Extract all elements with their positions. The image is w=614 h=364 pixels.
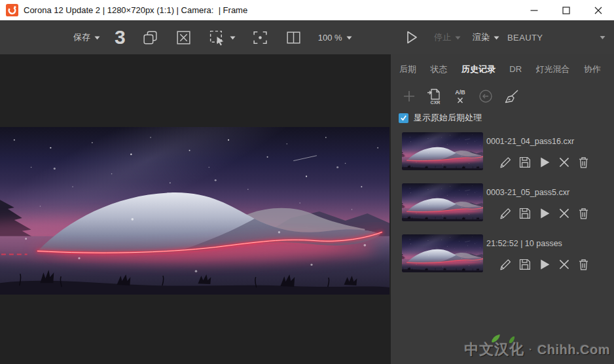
- ab-compare-button[interactable]: A/B: [452, 86, 469, 106]
- clear-image-button[interactable]: [175, 29, 192, 46]
- save-snapshot-button[interactable]: [518, 206, 532, 220]
- load-cxr-button[interactable]: CXR: [426, 86, 443, 106]
- start-render-button[interactable]: [403, 29, 420, 46]
- play-filled-icon: [537, 206, 551, 220]
- delete-snapshot-button[interactable]: [577, 206, 590, 220]
- load-snapshot-button[interactable]: [537, 206, 551, 220]
- trash-icon: [577, 257, 590, 271]
- pencil-icon: [498, 155, 512, 169]
- right-panel: 后期 状态 历史记录 DR 灯光混合 协作 CXR: [391, 54, 614, 364]
- render-element-select[interactable]: BEAUTY: [507, 33, 543, 43]
- history-item-name: 0001-21_04_pass16.cxr: [483, 132, 614, 146]
- play-icon: [403, 29, 420, 46]
- play-filled-icon: [537, 155, 551, 169]
- render-label: 渲染: [473, 31, 490, 43]
- svg-text:CXR: CXR: [431, 100, 441, 105]
- duplicate-icon: [141, 29, 159, 46]
- maximize-icon: [562, 7, 570, 14]
- floppy-icon: [518, 257, 532, 271]
- delete-snapshot-button[interactable]: [577, 155, 590, 169]
- close-x-icon: [557, 257, 571, 271]
- history-item[interactable]: 0003-21_05_pass5.cxr: [402, 183, 614, 221]
- panel-tabs: 后期 状态 历史记录 DR 灯光混合 协作: [391, 54, 614, 75]
- tab-history[interactable]: 历史记录: [461, 64, 496, 75]
- stop-render-button: 停止: [434, 31, 461, 43]
- rename-button[interactable]: [498, 257, 512, 271]
- history-item[interactable]: 0001-21_04_pass16.cxr: [402, 132, 614, 170]
- plus-icon: [402, 89, 416, 103]
- close-x-icon: [557, 155, 571, 169]
- tab-post[interactable]: 后期: [399, 64, 416, 75]
- maximize-button[interactable]: [550, 0, 582, 20]
- save-dropdown-caret-icon[interactable]: [94, 35, 100, 40]
- remove-compare-button[interactable]: [557, 257, 571, 271]
- tab-lightmix[interactable]: 灯光混合: [536, 64, 570, 75]
- focus-point-button[interactable]: [251, 29, 269, 46]
- load-snapshot-button[interactable]: [537, 155, 551, 169]
- floppy-icon: [518, 206, 532, 220]
- history-list: 0001-21_04_pass16.cxr: [391, 124, 614, 272]
- close-icon: [594, 7, 602, 14]
- titlebar[interactable]: Corona 12 Update 2 | 1280×720px (1:1) | …: [0, 0, 614, 20]
- rename-button[interactable]: [498, 206, 512, 220]
- check-icon: [400, 115, 407, 121]
- history-thumbnail[interactable]: [402, 183, 483, 221]
- history-item[interactable]: 21:52:52 | 10 passes: [402, 234, 614, 272]
- zoom-level-control[interactable]: 100 %: [318, 33, 352, 43]
- minimize-button[interactable]: [518, 0, 550, 20]
- pencil-icon: [498, 257, 512, 271]
- save-button[interactable]: 保存: [73, 31, 100, 43]
- corona-logo-icon: [6, 4, 18, 16]
- frame-number: 3: [115, 27, 126, 47]
- ab-split-icon: [285, 29, 302, 46]
- render-viewport[interactable]: [0, 54, 391, 364]
- tab-collaboration[interactable]: 协作: [584, 64, 601, 75]
- main-toolbar: 保存 3: [0, 20, 614, 54]
- minimize-icon: [530, 7, 538, 14]
- tab-stats[interactable]: 状态: [430, 64, 447, 75]
- region-select-button[interactable]: [208, 29, 236, 46]
- watermark-separator: ·: [529, 344, 533, 355]
- history-thumbnail[interactable]: [402, 132, 483, 170]
- render-element-caret-icon[interactable]: [600, 35, 605, 40]
- svg-text:A/B: A/B: [455, 89, 465, 96]
- render-dropdown-caret-icon[interactable]: [494, 35, 499, 40]
- save-snapshot-button[interactable]: [518, 257, 532, 271]
- close-x-icon: [557, 206, 571, 220]
- play-filled-icon: [537, 257, 551, 271]
- tab-dr[interactable]: DR: [509, 64, 522, 74]
- stop-dropdown-caret-icon: [455, 35, 461, 40]
- history-thumbnail[interactable]: [402, 234, 483, 272]
- ab-split-button[interactable]: [285, 29, 302, 46]
- trash-icon: [577, 206, 590, 220]
- rename-button[interactable]: [498, 155, 512, 169]
- stop-label: 停止: [434, 31, 451, 43]
- history-toolbar: CXR A/B: [391, 75, 614, 106]
- show-original-checkbox[interactable]: [399, 113, 408, 123]
- show-original-row: 显示原始后期处理: [391, 106, 614, 124]
- load-cxr-icon: CXR: [427, 88, 442, 105]
- region-select-icon: [208, 29, 226, 46]
- save-label: 保存: [73, 31, 90, 43]
- remove-compare-button[interactable]: [557, 206, 571, 220]
- floppy-icon: [518, 155, 532, 169]
- clear-history-button[interactable]: [503, 86, 520, 106]
- save-snapshot-button[interactable]: [518, 155, 532, 169]
- add-snapshot-button: [401, 86, 418, 106]
- load-snapshot-button[interactable]: [537, 257, 551, 271]
- window-title: Corona 12 Update 2 | 1280×720px (1:1) | …: [24, 5, 247, 15]
- zoom-dropdown-caret-icon[interactable]: [346, 35, 352, 40]
- history-item-name: 0003-21_05_pass5.cxr: [483, 183, 614, 197]
- corona-vfb-window: Corona 12 Update 2 | 1280×720px (1:1) | …: [0, 0, 614, 364]
- duplicate-button[interactable]: [141, 29, 159, 46]
- restore-arrow-icon: [478, 88, 494, 104]
- close-button[interactable]: [582, 0, 614, 20]
- focus-point-icon: [251, 29, 269, 46]
- region-dropdown-caret-icon[interactable]: [230, 35, 236, 40]
- pencil-icon: [498, 206, 512, 220]
- leaf-icon: [490, 335, 502, 342]
- remove-compare-button[interactable]: [557, 155, 571, 169]
- render-button[interactable]: 渲染: [473, 31, 499, 43]
- delete-snapshot-button[interactable]: [577, 257, 590, 271]
- chihh-watermark: 中文汉化 · Chihh.Com: [464, 340, 610, 359]
